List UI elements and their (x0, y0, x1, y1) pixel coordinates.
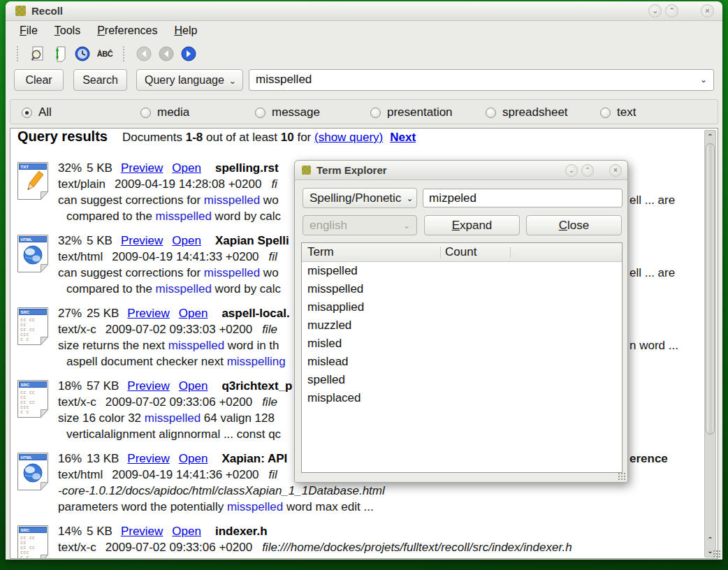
dialog-resize-grip[interactable] (618, 472, 625, 480)
radio-icon[interactable] (370, 108, 381, 118)
main-titlebar[interactable]: Recoll ⌄ ⌃ × (6, 1, 722, 21)
filter-radio-spreadsheet[interactable]: spreadsheet (486, 105, 568, 119)
radio-icon[interactable] (255, 108, 265, 118)
radio-selected-icon[interactable] (22, 108, 32, 118)
dialog-window-controls: ⌄ ⌃ × (565, 164, 622, 177)
first-page-icon[interactable] (134, 44, 154, 64)
term-row[interactable]: misplaced (307, 391, 361, 409)
html-document-icon[interactable]: HTML (16, 234, 50, 273)
snippet-text: wo (260, 266, 278, 279)
open-link[interactable]: Open (172, 525, 201, 538)
filter-radio-media[interactable]: media (140, 105, 189, 119)
preview-link[interactable]: Preview (127, 307, 169, 320)
preview-link[interactable]: Preview (121, 161, 163, 175)
preview-link[interactable]: Preview (127, 379, 169, 393)
query-results-title: Query results (17, 129, 108, 145)
search-input[interactable] (256, 73, 689, 87)
src-document-icon[interactable]: SRCcc cc cccc cccccc c (16, 379, 50, 418)
term-row[interactable]: spelled (307, 373, 345, 391)
documents-label: Documents (122, 131, 186, 144)
sort-document-icon[interactable] (50, 44, 70, 64)
language-dropdown[interactable]: english⌄ (303, 215, 417, 235)
next-page-link[interactable]: Next (390, 131, 416, 144)
column-term[interactable]: Term (307, 245, 334, 259)
result-title: Xapian: API (221, 452, 287, 465)
src-document-icon[interactable]: SRCcc cc cccc cccccc c (16, 307, 50, 346)
document-preview-icon[interactable] (28, 44, 48, 64)
term-row[interactable]: misapplied (307, 300, 364, 319)
close-dialog-button[interactable]: Close (526, 215, 622, 235)
preview-link[interactable]: Preview (121, 234, 163, 247)
language-value: english (310, 219, 347, 233)
expansion-mode-dropdown[interactable]: Spelling/Phonetic⌄ (303, 188, 417, 208)
term-input[interactable] (423, 189, 623, 207)
term-row[interactable]: mislead (307, 355, 349, 373)
html-document-icon[interactable]: HTML (16, 452, 50, 491)
menu-help[interactable]: Help (174, 24, 197, 37)
scroll-up-icon[interactable]: ⌃ (705, 131, 715, 142)
svg-text:HTML: HTML (21, 238, 33, 242)
snippet-text: compared to the (66, 210, 156, 223)
chevron-down-icon[interactable]: ⌄ (700, 75, 707, 85)
recoll-app-icon (15, 6, 26, 16)
open-link[interactable]: Open (179, 452, 208, 465)
filter-radio-presentation[interactable]: presentation (370, 105, 453, 119)
term-row[interactable]: muzzled (307, 319, 351, 337)
mime-type: text/x-c (58, 541, 96, 554)
minimize-icon[interactable]: ⌄ (648, 4, 662, 17)
txt-document-icon[interactable]: TXT (16, 161, 50, 200)
spellcheck-icon[interactable]: ÅBĈ (95, 44, 115, 64)
clear-button[interactable]: Clear (14, 69, 64, 91)
timestamp: 2009-07-02 09:33:06 +0200 (105, 541, 252, 554)
preview-link[interactable]: Preview (127, 452, 169, 465)
file-url: fil (269, 468, 277, 481)
sort-by-date-icon[interactable] (73, 44, 92, 64)
shade-icon[interactable]: ⌃ (665, 4, 678, 17)
open-link[interactable]: Open (172, 234, 201, 247)
result-snippet-line: size 16 color 32 misspelled 64 valign 12… (58, 411, 275, 428)
preview-link[interactable]: Preview (121, 525, 163, 538)
mime-type: text/x-c (58, 323, 96, 336)
menu-preferences[interactable]: Preferences (97, 24, 157, 37)
close-icon[interactable]: × (609, 164, 622, 177)
scroll-up-icon[interactable]: ⌃ (705, 534, 715, 545)
open-link[interactable]: Open (172, 161, 201, 175)
search-button[interactable]: Search (73, 69, 127, 91)
term-list-header[interactable]: Term Count (302, 243, 622, 262)
open-link[interactable]: Open (179, 307, 208, 320)
window-resize-grip[interactable] (713, 550, 720, 557)
result-snippet-line: can suggest corrections for misspelled w… (58, 193, 279, 210)
query-language-dropdown[interactable]: Query language⌄ (136, 69, 243, 91)
radio-icon[interactable] (600, 108, 611, 118)
highlighted-term: misspelled (156, 282, 212, 295)
column-separator[interactable] (510, 247, 511, 258)
show-query-link[interactable]: (show query) (314, 131, 383, 144)
highlighted-term: misspelled (168, 339, 224, 352)
radio-icon[interactable] (140, 108, 151, 118)
scrollbar-thumb[interactable] (706, 143, 715, 434)
back-icon[interactable] (156, 44, 176, 64)
term-row[interactable]: mispelled (307, 264, 358, 282)
expand-button[interactable]: Expand (424, 215, 520, 235)
menu-file[interactable]: File (20, 24, 38, 37)
filter-radio-text[interactable]: text (600, 105, 636, 119)
term-row[interactable]: misled (307, 337, 342, 355)
minimize-icon[interactable]: ⌄ (565, 164, 578, 177)
column-count[interactable]: Count (445, 245, 476, 259)
filter-radio-message[interactable]: message (255, 105, 320, 119)
documents-count: 10 (281, 131, 294, 144)
close-icon[interactable]: × (701, 4, 714, 17)
search-combobox[interactable]: ⌄ (249, 69, 714, 91)
src-document-icon[interactable]: SRCcc cc cccc cccccc c (16, 525, 50, 559)
column-separator[interactable] (440, 247, 441, 258)
forward-icon[interactable] (179, 44, 198, 64)
shade-icon[interactable]: ⌃ (581, 164, 594, 177)
dialog-titlebar[interactable]: Term Explorer ⌄ ⌃ × (295, 161, 627, 180)
menu-tools[interactable]: Tools (54, 24, 80, 37)
term-row[interactable]: misspelled (307, 282, 363, 300)
radio-icon[interactable] (486, 108, 496, 118)
open-link[interactable]: Open (179, 379, 208, 393)
filter-radio-all[interactable]: All (22, 105, 52, 119)
results-scrollbar[interactable]: ⌃ ⌃ ⌄ (704, 130, 716, 557)
chevron-down-icon: ⌄ (229, 76, 236, 86)
